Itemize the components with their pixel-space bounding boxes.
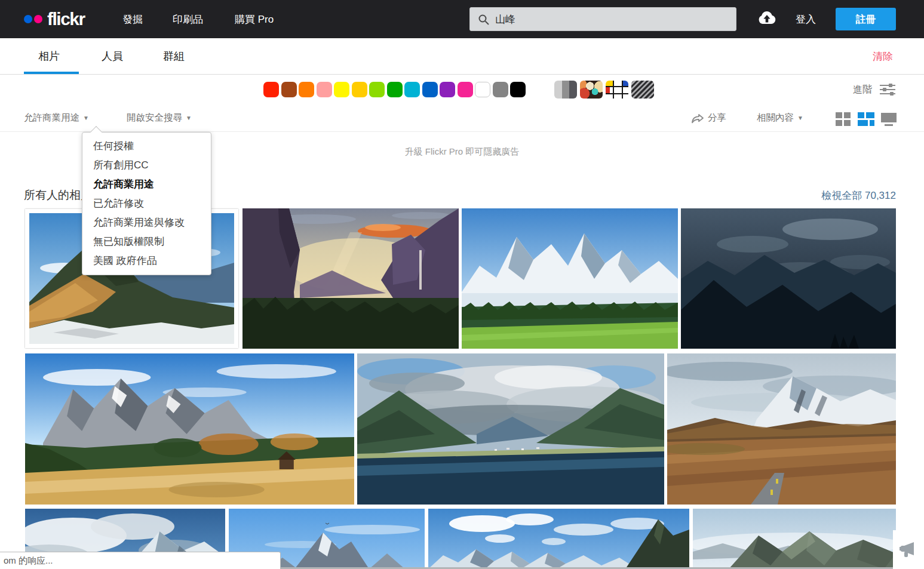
nav-prints[interactable]: 印刷品 <box>173 0 203 38</box>
menu-item-us-government-works[interactable]: 美國 政府作品 <box>82 251 211 270</box>
color-swatch-red[interactable] <box>263 82 279 97</box>
color-swatch-orange[interactable] <box>299 82 314 97</box>
login-button[interactable]: 登入 <box>796 0 816 38</box>
feedback-tab[interactable] <box>893 530 924 569</box>
photo-thumbnail[interactable] <box>428 509 689 569</box>
advanced-link[interactable]: 進階 <box>853 75 872 104</box>
active-tab-underline <box>24 72 79 74</box>
color-swatch-gold[interactable] <box>352 82 367 97</box>
color-swatch-brown[interactable] <box>281 82 297 97</box>
related-content-dropdown[interactable]: 相關內容 ▼ <box>757 104 803 131</box>
search-input[interactable] <box>470 8 736 30</box>
menu-item-modifications-allowed[interactable]: 已允許修改 <box>82 194 211 213</box>
chevron-down-icon: ▼ <box>186 115 192 121</box>
color-swatch-cyan[interactable] <box>404 82 420 97</box>
menu-item-any-license[interactable]: 任何授權 <box>82 137 211 156</box>
megaphone-icon <box>898 540 919 559</box>
style-filter-pattern[interactable] <box>631 81 654 99</box>
share-label: 分享 <box>708 112 726 124</box>
tab-photos[interactable]: 相片 <box>38 38 60 74</box>
search-tabs-bar: 相片 人員 群組 清除 <box>0 38 924 75</box>
style-swatches <box>554 81 654 99</box>
color-swatches <box>263 82 526 97</box>
color-swatch-green[interactable] <box>387 82 403 97</box>
single-photo-view-icon[interactable] <box>881 112 897 127</box>
results-toolbar: 允許商業用途 ▼ 開啟安全搜尋 ▼ 分享 相關內容 ▼ <box>0 104 924 132</box>
color-swatch-magenta[interactable] <box>458 82 473 97</box>
grid-view-icon[interactable] <box>836 112 851 127</box>
license-dropdown-menu: 任何授權 所有創用CC 允許商業用途 已允許修改 允許商業用途與修改 無已知版權… <box>82 132 211 275</box>
menu-item-commercial-and-mods[interactable]: 允許商業用途與修改 <box>82 213 211 232</box>
search-box <box>469 7 736 31</box>
flickr-logo[interactable]: flickr <box>24 0 85 38</box>
chevron-down-icon: ▼ <box>83 115 89 121</box>
related-content-label: 相關內容 <box>757 112 794 124</box>
tab-people[interactable]: 人員 <box>102 38 123 74</box>
color-swatch-white[interactable] <box>475 82 490 97</box>
color-swatch-lime[interactable] <box>369 82 385 97</box>
style-filter-minimal[interactable] <box>606 81 628 99</box>
clear-filters-button[interactable]: 清除 <box>873 38 893 74</box>
nav-explore[interactable]: 發掘 <box>122 0 143 38</box>
license-dropdown[interactable]: 允許商業用途 ▼ <box>24 104 89 131</box>
logo-dot-pink-icon <box>34 15 42 23</box>
photo-thumbnail[interactable] <box>681 208 896 349</box>
photo-thumbnail[interactable] <box>357 353 664 505</box>
color-swatch-yellow[interactable] <box>334 82 349 97</box>
photo-thumbnail[interactable] <box>242 208 459 349</box>
menu-item-commercial-use[interactable]: 允許商業用途 <box>82 175 211 194</box>
style-filter-shallow-depth[interactable] <box>580 81 603 99</box>
signup-button[interactable]: 註冊 <box>836 8 896 30</box>
tab-groups[interactable]: 群組 <box>163 38 185 74</box>
sliders-icon[interactable] <box>879 83 896 96</box>
photo-thumbnail[interactable] <box>693 509 896 569</box>
license-dropdown-label: 允許商業用途 <box>24 112 79 124</box>
browser-status-bar: om 的响应... <box>0 552 281 569</box>
justified-view-icon[interactable] <box>858 112 874 127</box>
color-swatch-gray[interactable] <box>493 82 508 97</box>
top-header-bar: flickr 發掘 印刷品 購買 Pro 登入 註冊 <box>0 0 924 38</box>
photo-thumbnail[interactable] <box>25 353 354 505</box>
color-swatch-purple[interactable] <box>440 82 455 97</box>
menu-item-all-creative-commons[interactable]: 所有創用CC <box>82 156 211 175</box>
photo-thumbnail[interactable] <box>462 208 678 349</box>
safe-search-label: 開啟安全搜尋 <box>127 112 182 124</box>
menu-item-no-known-copyright[interactable]: 無已知版權限制 <box>82 232 211 251</box>
share-button[interactable]: 分享 <box>691 104 726 131</box>
nav-get-pro[interactable]: 購買 Pro <box>235 0 274 38</box>
color-swatch-salmon[interactable] <box>317 82 332 97</box>
chevron-down-icon: ▼ <box>797 115 803 121</box>
color-swatch-blue[interactable] <box>422 82 438 97</box>
logo-dot-blue-icon <box>24 15 32 23</box>
photo-thumbnail[interactable] <box>667 353 896 505</box>
color-filter-row: 進階 <box>0 75 924 104</box>
style-filter-black-white[interactable] <box>554 81 577 99</box>
share-arrow-icon <box>691 113 704 124</box>
color-swatch-black[interactable] <box>510 82 526 97</box>
upload-cloud-icon[interactable] <box>754 10 780 28</box>
view-all-link[interactable]: 檢視全部 70,312 <box>821 189 896 202</box>
logo-text: flickr <box>47 9 85 29</box>
safe-search-dropdown[interactable]: 開啟安全搜尋 ▼ <box>127 104 192 131</box>
